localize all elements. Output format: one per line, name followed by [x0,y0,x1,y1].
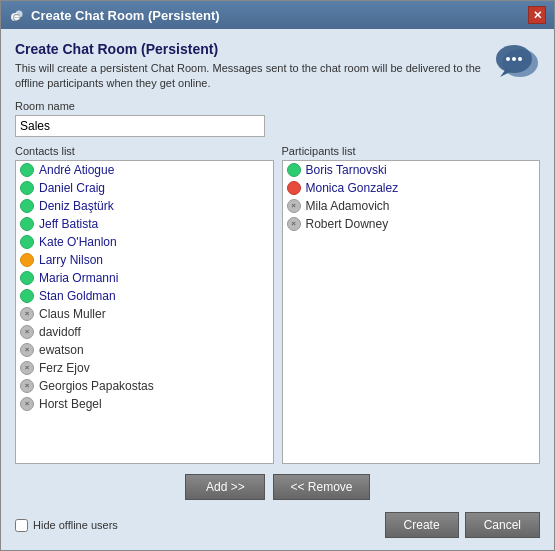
dialog-buttons: Create Cancel [385,512,540,538]
room-name-section: Room name [15,100,540,137]
list-item[interactable]: Maria Ormanni [16,269,273,287]
svg-point-8 [518,57,522,61]
svg-text:💬: 💬 [13,14,21,22]
hide-offline-checkbox[interactable] [15,519,28,532]
participants-list-container: Participants list Boris TarnovskiMonica … [282,145,541,464]
status-icon-green [20,289,34,303]
contact-name: Claus Muller [39,307,106,321]
contact-name: Daniel Craig [39,181,105,195]
participants-list-label: Participants list [282,145,541,157]
title-bar-left: 💬 Create Chat Room (Persistent) [9,7,220,23]
list-item[interactable]: Deniz Baştürk [16,197,273,215]
contacts-list-box[interactable]: André AtiogueDaniel CraigDeniz BaştürkJe… [15,160,274,464]
status-icon-green [20,217,34,231]
status-icon-green [20,199,34,213]
list-item[interactable]: Jeff Batista [16,215,273,233]
list-item[interactable]: ×Claus Muller [16,305,273,323]
status-icon-gray: × [20,361,34,375]
content-area: Create Chat Room (Persistent) This will … [1,29,554,550]
contact-name: Horst Begel [39,397,102,411]
dialog-title: Create Chat Room (Persistent) [15,41,484,57]
status-icon-gray: × [20,325,34,339]
status-icon-yellow [20,253,34,267]
status-icon-green [20,235,34,249]
status-icon-gray: × [20,307,34,321]
participant-name: Monica Gonzalez [306,181,399,195]
status-icon-gray: × [287,217,301,231]
remove-button[interactable]: << Remove [273,474,369,500]
status-icon-green [20,163,34,177]
status-icon-gray: × [20,397,34,411]
participant-name: Boris Tarnovski [306,163,387,177]
contact-name: Maria Ormanni [39,271,118,285]
list-item[interactable]: Larry Nilson [16,251,273,269]
status-icon-gray: × [287,199,301,213]
close-button[interactable]: ✕ [528,6,546,24]
contact-name: Ferz Ejov [39,361,90,375]
header-section: Create Chat Room (Persistent) This will … [15,41,540,92]
room-name-label: Room name [15,100,540,112]
list-item[interactable]: ×Mila Adamovich [283,197,540,215]
list-item[interactable]: ×ewatson [16,341,273,359]
header-text: Create Chat Room (Persistent) This will … [15,41,484,92]
cancel-button[interactable]: Cancel [465,512,540,538]
list-item[interactable]: Monica Gonzalez [283,179,540,197]
bottom-row: Hide offline users Create Cancel [15,512,540,538]
window-title: Create Chat Room (Persistent) [31,8,220,23]
participant-name: Mila Adamovich [306,199,390,213]
contact-name: Kate O'Hanlon [39,235,117,249]
status-icon-green [20,271,34,285]
add-button[interactable]: Add >> [185,474,265,500]
contact-name: Stan Goldman [39,289,116,303]
status-icon-red [287,181,301,195]
hide-offline-text: Hide offline users [33,519,118,531]
contacts-list-container: Contacts list André AtiogueDaniel CraigD… [15,145,274,464]
list-item[interactable]: ×davidoff [16,323,273,341]
create-chat-room-window: 💬 Create Chat Room (Persistent) ✕ Create… [0,0,555,551]
room-name-input[interactable] [15,115,265,137]
status-icon-gray: × [20,379,34,393]
list-item[interactable]: André Atiogue [16,161,273,179]
participants-list-box[interactable]: Boris TarnovskiMonica Gonzalez×Mila Adam… [282,160,541,464]
title-bar: 💬 Create Chat Room (Persistent) ✕ [1,1,554,29]
dialog-description: This will create a persistent Chat Room.… [15,61,484,92]
contact-name: Larry Nilson [39,253,103,267]
list-item[interactable]: Kate O'Hanlon [16,233,273,251]
add-remove-buttons: Add >> << Remove [15,474,540,500]
list-item[interactable]: ×Ferz Ejov [16,359,273,377]
contact-name: Deniz Baştürk [39,199,114,213]
participant-name: Robert Downey [306,217,389,231]
contact-name: Jeff Batista [39,217,98,231]
contact-name: ewatson [39,343,84,357]
svg-point-7 [512,57,516,61]
status-icon-gray: × [20,343,34,357]
list-item[interactable]: ×Robert Downey [283,215,540,233]
create-button[interactable]: Create [385,512,459,538]
list-item[interactable]: Daniel Craig [16,179,273,197]
list-item[interactable]: ×Horst Begel [16,395,273,413]
status-icon-green [20,181,34,195]
contacts-list-label: Contacts list [15,145,274,157]
list-item[interactable]: Stan Goldman [16,287,273,305]
svg-point-6 [506,57,510,61]
contact-name: André Atiogue [39,163,114,177]
contact-name: davidoff [39,325,81,339]
status-icon-green [287,163,301,177]
lists-section: Contacts list André AtiogueDaniel CraigD… [15,145,540,464]
chat-bubble-icon [492,41,540,81]
window-icon: 💬 [9,7,25,23]
hide-offline-label[interactable]: Hide offline users [15,519,118,532]
contact-name: Georgios Papakostas [39,379,154,393]
list-item[interactable]: ×Georgios Papakostas [16,377,273,395]
list-item[interactable]: Boris Tarnovski [283,161,540,179]
